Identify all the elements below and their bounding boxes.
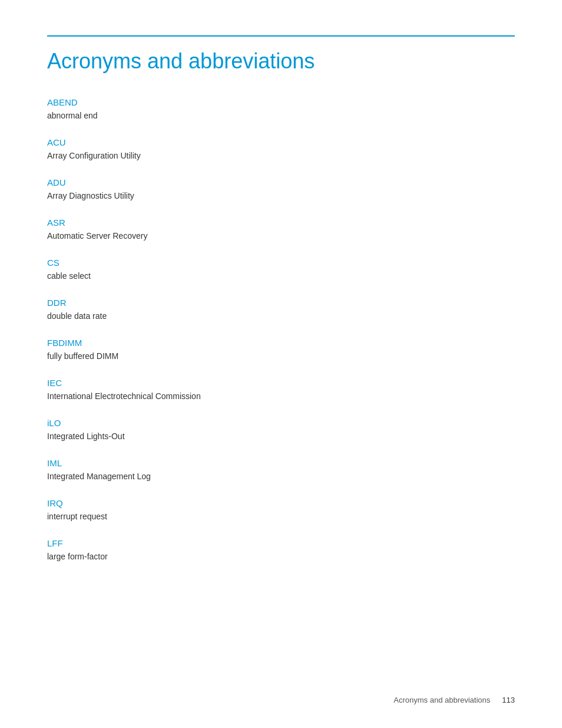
acronym-term: ACU [47,137,515,147]
acronym-entry: ABENDabnormal end [47,97,515,122]
acronym-term: IML [47,458,515,468]
acronym-definition: International Electrotechnical Commissio… [47,390,515,403]
acronym-entry: iLOIntegrated Lights-Out [47,418,515,443]
acronym-term: IRQ [47,498,515,508]
acronym-term: FBDIMM [47,338,515,348]
acronym-definition: double data rate [47,310,515,322]
acronym-entry: IRQinterrupt request [47,498,515,523]
acronym-term: ASR [47,218,515,228]
acronym-definition: fully buffered DIMM [47,350,515,363]
footer-text: Acronyms and abbreviations [394,696,490,704]
acronym-term: CS [47,258,515,268]
acronym-definition: abnormal end [47,110,515,122]
acronym-entry: CScable select [47,258,515,282]
acronym-term: iLO [47,418,515,428]
page-title: Acronyms and abbreviations [47,48,515,74]
acronym-term: IEC [47,378,515,388]
acronym-definition: Integrated Management Log [47,470,515,483]
acronym-entry: ADUArray Diagnostics Utility [47,177,515,202]
page-container: Acronyms and abbreviations ABENDabnormal… [0,0,562,728]
acronym-entry: FBDIMMfully buffered DIMM [47,338,515,363]
footer-page-number: 113 [502,696,515,704]
acronym-term: ABEND [47,97,515,107]
page-footer: Acronyms and abbreviations 113 [394,696,515,704]
acronym-term: LFF [47,538,515,548]
acronym-term: DDR [47,298,515,308]
acronym-definition: Integrated Lights-Out [47,430,515,443]
acronym-entry: IMLIntegrated Management Log [47,458,515,483]
acronym-entry: ASRAutomatic Server Recovery [47,218,515,242]
acronym-list: ABENDabnormal endACUArray Configuration … [47,97,515,563]
acronym-definition: Array Configuration Utility [47,150,515,162]
top-rule [47,35,515,37]
acronym-entry: IECInternational Electrotechnical Commis… [47,378,515,403]
acronym-definition: interrupt request [47,510,515,523]
acronym-term: ADU [47,177,515,187]
acronym-entry: LFFlarge form-factor [47,538,515,563]
acronym-entry: ACUArray Configuration Utility [47,137,515,162]
acronym-definition: cable select [47,270,515,282]
acronym-definition: Automatic Server Recovery [47,230,515,242]
acronym-entry: DDRdouble data rate [47,298,515,322]
acronym-definition: large form-factor [47,551,515,563]
acronym-definition: Array Diagnostics Utility [47,190,515,202]
